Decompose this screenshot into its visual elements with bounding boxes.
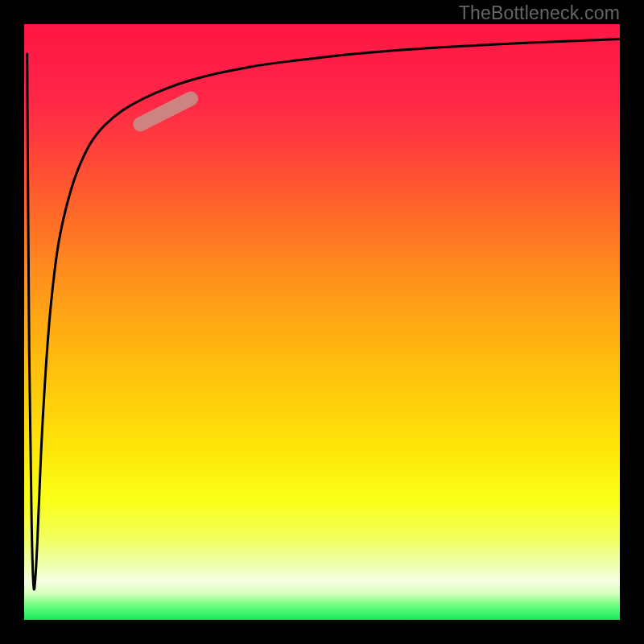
curve-layer — [24, 24, 620, 620]
highlight-segment — [140, 99, 191, 125]
watermark-text: TheBottleneck.com — [459, 2, 620, 24]
plot-area — [24, 24, 620, 620]
main-curve — [27, 39, 620, 590]
chart-stage: TheBottleneck.com — [0, 0, 644, 644]
